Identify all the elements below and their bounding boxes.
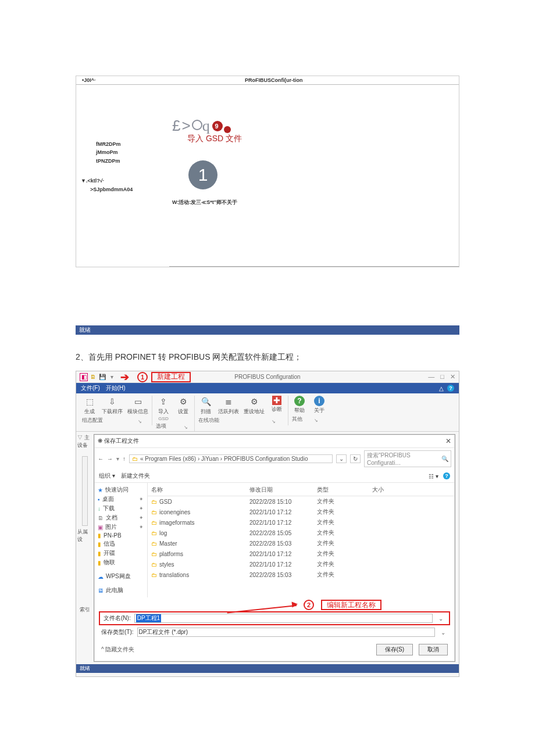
leftpane-master[interactable]: ▽ 主设备 (77, 434, 92, 449)
leftpane-slave[interactable]: 从属设 (77, 528, 92, 543)
sidenav-此电脑[interactable]: 🖥此电脑 (98, 586, 144, 595)
table-row[interactable]: 🗀styles2022/1/10 17:12文件夹 (148, 559, 455, 569)
cell-type: 文件夹 (313, 517, 369, 528)
sidenav-下载[interactable]: ↓下载✦ (98, 504, 144, 513)
close-button[interactable]: ✕ (450, 373, 455, 381)
table-row[interactable]: 🗀iconengines2022/1/10 17:12文件夹 (148, 507, 455, 517)
table-row[interactable]: 🗀platforms2022/1/10 17:12文件夹 (148, 549, 455, 559)
ribbon-重设地址-button[interactable]: ⚙重设地址 (244, 396, 265, 415)
folder-icon: 🗀 (151, 530, 157, 536)
table-row[interactable]: 🗀Master2022/2/28 15:03文件夹 (148, 538, 455, 549)
fig1-bottom-rule (169, 266, 459, 267)
table-row[interactable]: 🗀GSD2022/2/28 15:10文件夹 (148, 496, 455, 507)
column-header[interactable]: 修改日期 (246, 484, 313, 496)
ribbon-模块信息-button[interactable]: ▭模块信息 (127, 396, 148, 415)
ribbon-活跃列表-button[interactable]: ≣活跃列表 (218, 396, 239, 415)
tree-expander[interactable]: ▼.<ktl?√· (81, 177, 133, 185)
ribbon-launcher-icon[interactable]: ↘ (314, 418, 318, 423)
maximize-button[interactable]: □ (440, 373, 444, 381)
sidenav-WPS网盘[interactable]: ☁WPS网盘 (98, 572, 144, 581)
ribbon-导入-button[interactable]: ⇪导入GSD (156, 396, 171, 421)
sidenav-图片[interactable]: ▣图片✦ (98, 522, 144, 532)
ribbon-关于-button[interactable]: i关于 (312, 396, 327, 414)
folder-icon: 🗀 (132, 456, 138, 462)
filename-dropdown-icon[interactable]: ⌄ (436, 615, 445, 622)
organize-button[interactable]: 组织 ▾ (99, 472, 115, 480)
cell-type: 文件夹 (313, 507, 369, 517)
sidenav-label: 此电脑 (106, 586, 123, 594)
folder-icon: 🗀 (151, 499, 157, 505)
hide-folders-toggle[interactable]: ^ 隐藏文件夹 (101, 646, 134, 654)
tree-item[interactable]: tPNZDPm (96, 157, 133, 165)
table-row[interactable]: 🗀translations2022/2/28 15:03文件夹 (148, 569, 455, 580)
cell-size (369, 517, 455, 528)
menubar-gear-icon[interactable]: △ (439, 385, 444, 392)
ribbon-帮助-button[interactable]: ?帮助 (292, 396, 307, 414)
nav-dropdown[interactable]: ⌄ (336, 454, 347, 463)
sidenav-label: WPS网盘 (106, 572, 131, 581)
dialog-help-icon[interactable]: ? (443, 472, 450, 479)
fig2-titlebar: ◧ 🗎 💾 ▾ ➔ 1 新建工程 PROFIBUS Configuration … (76, 371, 459, 383)
cell-type: 文件夹 (313, 538, 369, 549)
app-title: PROFIBUS Configuration (234, 374, 300, 380)
sidenav-文档[interactable]: 🗎文档✦ (98, 513, 144, 522)
ribbon-launcher-icon[interactable]: ↘ (138, 419, 142, 424)
sidenav-快速访问[interactable]: ★快速访问 (98, 485, 144, 495)
ribbon-诊断-button[interactable]: ✚诊断 (269, 396, 284, 415)
dialog-title: ❋ 保存工程文件 (98, 437, 139, 445)
filetype-dropdown-icon[interactable]: ⌄ (438, 629, 448, 636)
filetype-select[interactable]: DP工程文件 (*.dpr) (137, 628, 435, 637)
minimize-button[interactable]: — (428, 373, 434, 381)
ribbon-扫描-button[interactable]: 🔍扫描 (198, 396, 213, 415)
dialog-close-button[interactable]: ✕ (445, 437, 451, 445)
cell-size (369, 496, 455, 507)
save-icon[interactable]: 💾 (98, 373, 106, 381)
filetype-value: DP工程文件 (*.dpr) (139, 628, 188, 636)
column-header[interactable]: 类型 (313, 484, 369, 496)
ribbon-下载程序-button[interactable]: ⇩下载程序 (102, 396, 123, 415)
table-row[interactable]: 🗀log2022/2/28 15:05文件夹 (148, 528, 455, 538)
search-input[interactable]: 搜索"PROFIBUS Configurati… 🔍 (364, 450, 451, 467)
cell-name: 🗀Master (148, 538, 246, 549)
qat-icon[interactable]: ◧ (80, 373, 88, 381)
view-button[interactable]: ☷ ▾ (429, 473, 438, 479)
sidenav-label: 物联 (104, 558, 115, 567)
column-header[interactable]: 大小 (369, 484, 455, 496)
tree-item[interactable]: jMmoPm (96, 148, 133, 156)
ring-icon (192, 120, 202, 130)
tree-item[interactable]: fMR2DPm (96, 140, 133, 148)
nav-up-button[interactable]: ↑ (123, 456, 126, 462)
ribbon-launcher-icon[interactable]: ↘ (184, 425, 188, 430)
nav-forward-button[interactable]: → (107, 456, 113, 462)
new-project-icon[interactable]: 🗎 (89, 373, 97, 381)
sidenav-PN-PB[interactable]: ▮PN-PB (98, 532, 144, 539)
sidenav-物联[interactable]: ▮物联 (98, 558, 144, 567)
new-folder-button[interactable]: 新建文件夹 (121, 472, 150, 480)
table-row[interactable]: 🗀imageformats2022/1/10 17:12文件夹 (148, 517, 455, 528)
red-dot-icon (224, 126, 231, 133)
nav-back-button[interactable]: ← (98, 456, 104, 462)
filename-input[interactable]: DP工程1 (134, 614, 433, 623)
ribbon-生成-button[interactable]: ⬚生成 (82, 396, 97, 415)
tree-subitem[interactable]: >SJpbmdmmA04 (90, 185, 133, 194)
save-button[interactable]: 保存(S) (376, 644, 413, 655)
menubar-help-icon[interactable]: ? (447, 385, 454, 392)
cell-date: 2022/1/10 17:12 (246, 517, 313, 528)
cancel-button[interactable]: 取消 (419, 644, 448, 655)
nav-refresh-button[interactable]: ↻ (350, 454, 361, 463)
ribbon-item-label: 关于 (314, 407, 324, 414)
menu-file[interactable]: 文件(F) (81, 384, 100, 392)
breadcrumb[interactable]: 🗀 « Program Files (x86) › JiYuan › PROFI… (129, 454, 333, 463)
ribbon-设置-button[interactable]: ⚙设置 (176, 396, 191, 421)
ribbon-launcher-icon[interactable]: ↘ (272, 419, 276, 424)
step-1-marker: 1 (188, 160, 217, 189)
menu-start[interactable]: 开始(H) (106, 384, 126, 392)
cell-type: 文件夹 (313, 569, 369, 580)
sidenav-label: 信迅 (104, 540, 115, 548)
sidenav-桌面[interactable]: ▪桌面✦ (98, 495, 144, 504)
sidenav-开疆[interactable]: ▮开疆 (98, 549, 144, 558)
column-header[interactable]: 名称 (148, 484, 246, 496)
leftpane-index[interactable]: 索引 (80, 606, 90, 614)
sidenav-信迅[interactable]: ▮信迅 (98, 539, 144, 549)
qat-dropdown-icon[interactable]: ▾ (108, 373, 116, 381)
